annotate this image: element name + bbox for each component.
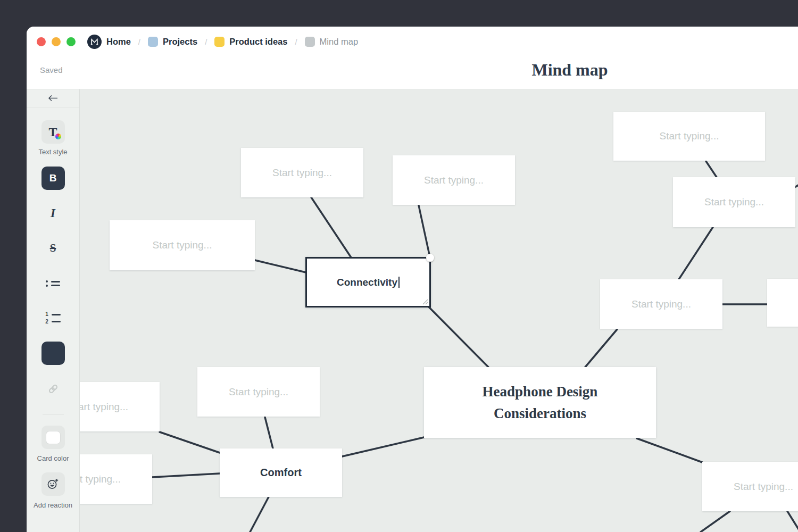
text-style-button[interactable]: T <box>41 120 65 144</box>
link-icon <box>47 383 59 395</box>
page-title[interactable]: Mind map <box>531 60 608 80</box>
saved-status: Saved <box>40 65 63 74</box>
card-color-button[interactable] <box>41 426 65 449</box>
numbered-list-icon: 1 2 <box>45 310 61 327</box>
node-central-headphone-design[interactable]: Headphone Design Considerations <box>424 367 656 438</box>
node-text: Headphone Design Considerations <box>450 381 630 425</box>
breadcrumb-product-ideas-label: Product ideas <box>229 37 287 47</box>
link-button[interactable] <box>41 377 65 401</box>
format-toolbar: T Text style B I S <box>27 89 80 532</box>
node-comfort[interactable]: Comfort <box>220 448 342 497</box>
text-cursor <box>398 277 400 288</box>
text-align-button[interactable] <box>41 342 65 365</box>
strikethrough-button[interactable]: S <box>41 236 65 260</box>
node-start-typing-top-left[interactable]: Start typing... <box>241 148 363 197</box>
node-text: Start typing... <box>660 130 719 142</box>
bold-button[interactable]: B <box>41 167 65 190</box>
card-color-icon <box>46 431 60 444</box>
connector-line[interactable] <box>250 497 269 532</box>
node-start-typing-right-edge[interactable]: Start typing... <box>767 279 798 327</box>
zoom-button[interactable] <box>66 37 76 46</box>
node-text: Connectivity <box>337 277 397 288</box>
node-start-typing-right-mid[interactable]: Start typing... <box>600 279 722 329</box>
minimize-button[interactable] <box>52 37 61 46</box>
node-text: Start typing... <box>704 196 764 208</box>
breadcrumb-home[interactable]: Home <box>106 37 131 47</box>
strikethrough-icon: S <box>50 242 56 255</box>
add-reaction-button[interactable] <box>41 472 65 496</box>
connector-line[interactable] <box>679 227 713 279</box>
board-icon <box>148 37 158 47</box>
bold-icon: B <box>49 172 57 184</box>
app-window: Home / Projects / Product ideas / Mind m… <box>27 27 798 532</box>
node-connectivity[interactable]: Connectivity <box>305 257 431 307</box>
connector-line[interactable] <box>160 432 220 453</box>
italic-button[interactable]: I <box>41 202 65 225</box>
title-row: Saved Mind map <box>27 56 798 89</box>
add-reaction-icon <box>46 478 60 491</box>
node-text: Start typing... <box>80 401 128 413</box>
breadcrumb-projects-label: Projects <box>163 37 197 47</box>
numbered-list-button[interactable]: 1 2 <box>41 306 65 330</box>
node-start-typing-left[interactable]: Start typing... <box>110 220 255 270</box>
node-start-typing-top-mid[interactable]: Start typing... <box>393 155 515 205</box>
window-controls <box>37 37 76 46</box>
node-start-typing-right-upper[interactable]: Start typing... <box>673 177 795 227</box>
milanote-logo-icon[interactable] <box>87 35 102 49</box>
connector-line[interactable] <box>311 197 351 257</box>
breadcrumb-mind-map-label: Mind map <box>320 37 358 47</box>
connector-line[interactable] <box>706 161 717 177</box>
board-icon <box>305 37 315 47</box>
header: Home / Projects / Product ideas / Mind m… <box>27 27 798 89</box>
collapse-toolbar-button[interactable] <box>48 95 59 102</box>
node-start-typing-edge-left-upper[interactable]: Start typing... <box>80 382 160 431</box>
toolbar-divider <box>43 414 64 414</box>
node-text: Start typing... <box>153 239 212 251</box>
node-text: Start typing... <box>229 386 288 398</box>
breadcrumb-product-ideas[interactable]: Product ideas <box>214 37 287 47</box>
node-text: Start typing... <box>631 298 691 310</box>
text-style-icon: T <box>48 126 57 138</box>
node-text: Start typing... <box>734 481 793 493</box>
card-color-label: Card color <box>27 454 79 462</box>
add-reaction-label: Add reaction <box>27 501 79 509</box>
connector-line[interactable] <box>585 329 617 367</box>
node-start-typing-edge-left-lower[interactable]: Start typing... <box>80 454 152 504</box>
node-text: Start typing... <box>272 167 332 179</box>
connector-line[interactable] <box>419 205 430 257</box>
connector-line[interactable] <box>342 437 424 456</box>
breadcrumb-separator: / <box>138 37 140 46</box>
color-wheel-icon <box>55 134 61 139</box>
mind-map-canvas[interactable]: Start typing...Start typing...Start typi… <box>80 89 798 532</box>
connection-handle[interactable] <box>426 254 434 262</box>
connector-line[interactable] <box>787 511 798 531</box>
connector-line[interactable] <box>152 473 220 477</box>
node-text: Start typing... <box>424 174 484 186</box>
bullet-list-button[interactable] <box>41 272 65 295</box>
node-start-typing-top-right[interactable]: Start typing... <box>613 112 765 161</box>
breadcrumb-separator: / <box>205 37 207 46</box>
breadcrumb-separator: / <box>295 37 297 46</box>
connector-line[interactable] <box>265 417 273 448</box>
board-icon <box>214 37 225 47</box>
node-text: Comfort <box>260 467 302 479</box>
connector-line[interactable] <box>701 511 730 532</box>
connector-line[interactable] <box>255 260 306 272</box>
resize-handle[interactable] <box>421 298 428 305</box>
breadcrumb-home-label: Home <box>106 37 131 47</box>
text-style-label: Text style <box>27 148 79 156</box>
node-start-typing-bottom-right[interactable]: Start typing... <box>702 462 798 511</box>
italic-icon: I <box>51 206 55 220</box>
connector-line[interactable] <box>429 307 488 367</box>
node-text: Start typing... <box>80 473 121 485</box>
bullet-list-icon <box>46 279 60 289</box>
breadcrumb-mind-map[interactable]: Mind map <box>305 37 358 47</box>
arrow-left-icon <box>48 95 59 102</box>
connector-line[interactable] <box>637 438 702 462</box>
breadcrumb: Home / Projects / Product ideas / Mind m… <box>27 27 798 56</box>
close-button[interactable] <box>37 37 46 46</box>
breadcrumb-projects[interactable]: Projects <box>148 37 197 47</box>
node-start-typing-mid-left[interactable]: Start typing... <box>197 367 320 417</box>
